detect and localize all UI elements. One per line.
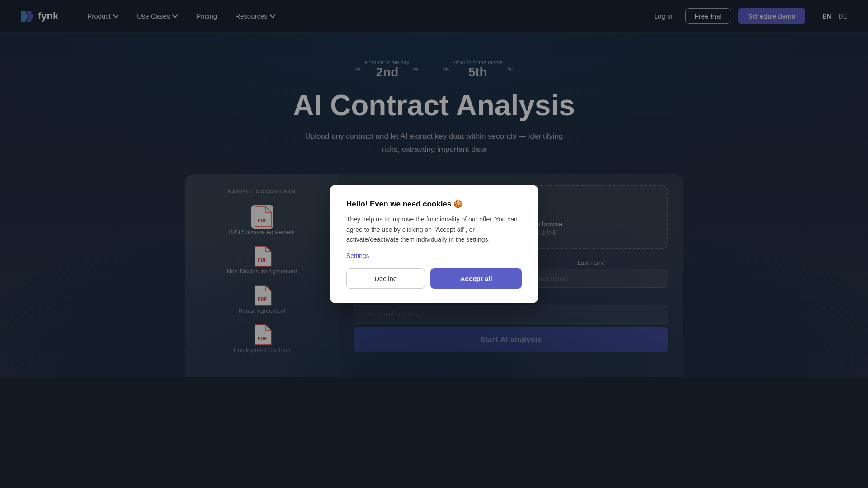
cookie-accept-button[interactable]: Accept all <box>430 268 522 289</box>
cookie-banner: Hello! Even we need cookies 🍪 They help … <box>330 185 538 303</box>
cookie-settings-link[interactable]: Settings <box>346 252 522 259</box>
cookie-buttons: Decline Accept all <box>346 268 522 289</box>
cookie-overlay: Hello! Even we need cookies 🍪 They help … <box>0 0 868 488</box>
cookie-body: They help us to improve the functionalit… <box>346 214 522 244</box>
cookie-decline-button[interactable]: Decline <box>346 268 425 289</box>
cookie-title: Hello! Even we need cookies 🍪 <box>346 199 522 209</box>
